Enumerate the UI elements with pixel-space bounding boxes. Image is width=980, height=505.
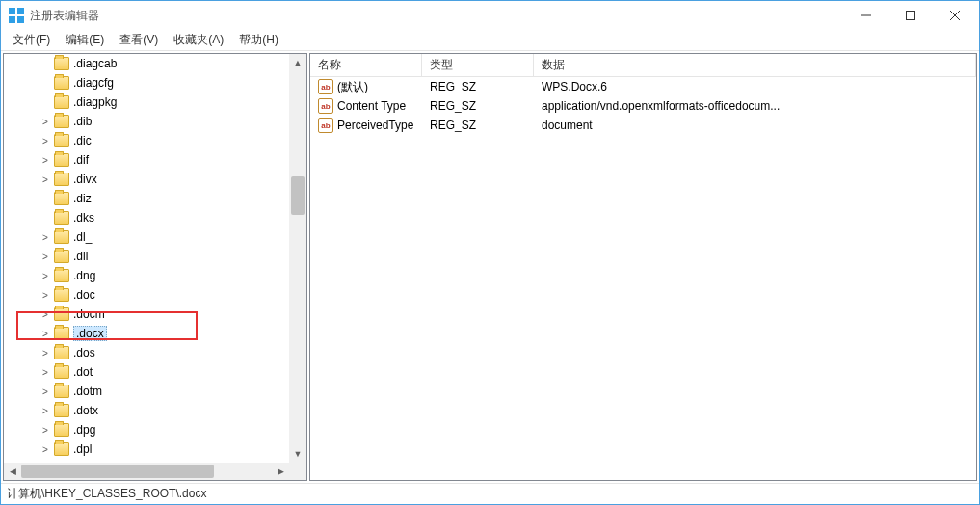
tree-item-label: .docm: [73, 307, 105, 321]
tree-item[interactable]: >.dot: [4, 362, 289, 382]
folder-icon: [54, 365, 69, 379]
tree-item[interactable]: .diagcfg: [4, 73, 289, 93]
expander-icon[interactable]: >: [39, 155, 52, 166]
value-type: REG_SZ: [422, 80, 534, 93]
tree-item[interactable]: >.dos: [4, 343, 289, 362]
tree-item[interactable]: >.dotm: [4, 382, 289, 401]
tree-item-label: .dib: [73, 115, 92, 128]
content-area: .diagcab.diagcfg.diagpkg>.dib>.dic>.dif>…: [1, 51, 979, 483]
tree-horizontal-scrollbar[interactable]: ◀ ▶: [4, 463, 289, 480]
tree-item[interactable]: .dks: [4, 208, 289, 227]
menu-help[interactable]: 帮助(H): [231, 30, 286, 50]
value-row[interactable]: abContent TypeREG_SZapplication/vnd.open…: [310, 96, 976, 116]
value-row[interactable]: ab(默认)REG_SZWPS.Docx.6: [310, 77, 976, 96]
scroll-corner: [289, 463, 306, 480]
value-type: REG_SZ: [422, 99, 534, 113]
app-icon: [9, 8, 24, 23]
tree-vertical-scrollbar[interactable]: ▲ ▼: [289, 54, 306, 463]
expander-icon[interactable]: >: [39, 309, 52, 320]
expander-icon[interactable]: >: [39, 174, 52, 185]
value-row[interactable]: abPerceivedTypeREG_SZdocument: [310, 116, 976, 135]
column-header-data[interactable]: 数据: [534, 54, 976, 77]
maximize-button[interactable]: [888, 1, 933, 30]
expander-icon[interactable]: >: [39, 252, 52, 262]
menu-view[interactable]: 查看(V): [112, 30, 166, 50]
string-value-icon: ab: [318, 79, 333, 94]
scroll-up-arrow-icon[interactable]: ▲: [289, 54, 306, 71]
tree-item[interactable]: >.dng: [4, 266, 289, 285]
tree-item-label: .dng: [73, 269, 95, 282]
expander-icon[interactable]: >: [39, 271, 52, 281]
menu-favorites[interactable]: 收藏夹(A): [166, 30, 231, 50]
folder-icon: [54, 288, 69, 302]
value-name: (默认): [337, 79, 368, 95]
scroll-left-arrow-icon[interactable]: ◀: [4, 463, 21, 480]
expander-icon[interactable]: >: [39, 425, 52, 436]
folder-icon: [54, 269, 69, 282]
tree-item[interactable]: >.dpg: [4, 420, 289, 439]
value-data: WPS.Docx.6: [534, 80, 976, 93]
tree-item[interactable]: .diagcab: [4, 54, 289, 73]
folder-icon: [54, 76, 69, 90]
expander-icon[interactable]: >: [39, 290, 52, 301]
tree-item[interactable]: .diz: [4, 189, 289, 208]
folder-icon: [54, 57, 69, 70]
folder-icon: [54, 153, 69, 167]
scroll-down-arrow-icon[interactable]: ▼: [289, 445, 306, 463]
tree-item[interactable]: >.doc: [4, 285, 289, 305]
tree-item-label: .diz: [73, 192, 92, 205]
folder-icon: [54, 95, 69, 109]
tree-item[interactable]: >.dif: [4, 150, 289, 170]
expander-icon[interactable]: >: [39, 406, 52, 416]
tree-item[interactable]: >.dl_: [4, 227, 289, 247]
tree-item[interactable]: >.docx: [4, 324, 289, 343]
close-button[interactable]: [933, 1, 977, 30]
tree-item[interactable]: >.dpl: [4, 439, 289, 459]
column-header-name[interactable]: 名称: [310, 54, 422, 77]
folder-icon: [54, 173, 69, 186]
folder-icon: [54, 230, 69, 244]
expander-icon[interactable]: >: [39, 367, 52, 378]
tree-item[interactable]: >.dib: [4, 112, 289, 131]
tree-pane: .diagcab.diagcfg.diagpkg>.dib>.dic>.dif>…: [3, 53, 307, 481]
scroll-thumb[interactable]: [21, 465, 214, 478]
expander-icon[interactable]: >: [39, 117, 52, 127]
tree-item[interactable]: >.docm: [4, 305, 289, 324]
menu-file[interactable]: 文件(F): [5, 30, 58, 50]
scroll-right-arrow-icon[interactable]: ▶: [272, 463, 289, 480]
tree-body[interactable]: .diagcab.diagcfg.diagpkg>.dib>.dic>.dif>…: [4, 54, 306, 480]
tree-item-label: .dks: [73, 211, 94, 225]
tree-item[interactable]: >.dotx: [4, 401, 289, 420]
scroll-track[interactable]: [289, 71, 306, 445]
expander-icon[interactable]: >: [39, 348, 52, 359]
status-path: 计算机\HKEY_CLASSES_ROOT\.docx: [7, 486, 206, 502]
menu-edit[interactable]: 编辑(E): [58, 30, 112, 50]
list-body[interactable]: ab(默认)REG_SZWPS.Docx.6abContent TypeREG_…: [310, 77, 976, 480]
tree-item-label: .divx: [73, 173, 97, 186]
expander-icon[interactable]: >: [39, 232, 52, 243]
scroll-track[interactable]: [21, 463, 272, 480]
tree-item-label: .dif: [73, 153, 89, 167]
column-header-type[interactable]: 类型: [422, 54, 534, 77]
expander-icon[interactable]: >: [39, 329, 52, 339]
expander-icon[interactable]: >: [39, 444, 52, 455]
expander-icon[interactable]: >: [39, 386, 52, 397]
minimize-button[interactable]: [844, 1, 888, 30]
tree-item[interactable]: >.divx: [4, 170, 289, 189]
tree-item[interactable]: >.dic: [4, 131, 289, 150]
tree-item-label: .diagcab: [73, 57, 117, 70]
string-value-icon: ab: [318, 118, 333, 133]
tree-item-label: .dotx: [73, 404, 98, 417]
folder-icon: [54, 250, 69, 263]
tree-item[interactable]: >.dll: [4, 247, 289, 266]
expander-icon[interactable]: >: [39, 136, 52, 146]
scroll-thumb[interactable]: [291, 176, 305, 215]
tree-item[interactable]: .diagpkg: [4, 93, 289, 112]
folder-icon: [54, 346, 69, 359]
folder-icon: [54, 404, 69, 417]
list-header: 名称 类型 数据: [310, 54, 976, 77]
folder-icon: [54, 442, 69, 456]
window-title: 注册表编辑器: [30, 8, 844, 24]
tree-item-label: .dpl: [73, 442, 92, 456]
tree-item-label: .dpg: [73, 423, 95, 437]
